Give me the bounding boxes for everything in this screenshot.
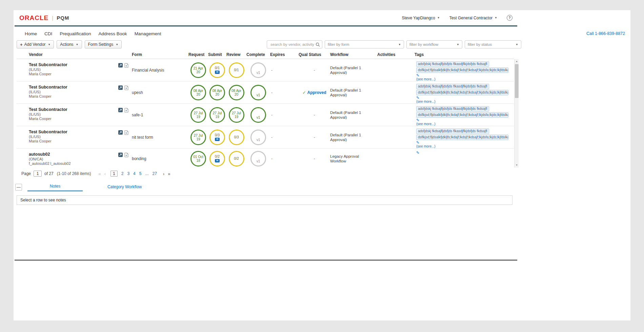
- submit-status-circle[interactable]: 27 Jul19: [209, 107, 225, 123]
- nav-item-prequalification[interactable]: Prequalification: [60, 31, 91, 36]
- pagination-page-link[interactable]: 4: [133, 171, 136, 176]
- tag-chip[interactable]: dsflkjsd;fljdsalkfjdkljfs;lkdajf;lkdsjf;…: [416, 67, 508, 73]
- pagination-last-icon[interactable]: »: [168, 171, 170, 176]
- tag-chip[interactable]: adsfjdskj fkdsajfljdsfjds flkasdjflkjdsf…: [416, 129, 489, 134]
- pagination-page-link[interactable]: 3: [127, 171, 129, 176]
- vendor-profile-icon[interactable]: [118, 153, 123, 168]
- column-header-activities[interactable]: Activities: [377, 52, 415, 57]
- tag-chip[interactable]: adsfjdskj fkdsajfljdsfjds flkasdjflkjdsf…: [416, 61, 489, 67]
- edit-tags-icon[interactable]: ✎: [416, 141, 508, 144]
- pagination-prev-icon[interactable]: ‹: [104, 171, 106, 176]
- form-document-icon[interactable]: [124, 63, 128, 81]
- column-header-vendor[interactable]: Vendor: [17, 52, 132, 57]
- qual-status-text[interactable]: Approved: [307, 90, 326, 95]
- actions-button[interactable]: Actions ▼: [57, 40, 82, 48]
- column-header-form[interactable]: Form: [132, 52, 188, 57]
- tag-chip[interactable]: adsfjdskj fkdsajfljdsfjds flkasdjflkjdsf…: [416, 106, 489, 112]
- page-number-input[interactable]: [34, 171, 42, 177]
- oracle-logo[interactable]: ORACLE: [19, 14, 48, 22]
- complete-status-circle[interactable]: v1: [250, 151, 266, 167]
- filter-by-workflow-dropdown[interactable]: filter by workflow ▼: [406, 40, 462, 48]
- vendor-name[interactable]: autosub02: [29, 152, 71, 157]
- vertical-scrollbar[interactable]: ▲ ▼: [514, 59, 519, 168]
- vendor-profile-icon[interactable]: [118, 85, 123, 103]
- see-more-link[interactable]: (see more...): [416, 122, 508, 126]
- edit-tags-icon[interactable]: ✎: [416, 118, 508, 122]
- request-status-circle[interactable]: 21 Apr20: [190, 62, 206, 78]
- tag-chip[interactable]: adsfjdskj fkdsajfljdsfjds flkasdjflkjdsf…: [416, 84, 489, 89]
- complete-status-circle[interactable]: v1: [250, 62, 266, 78]
- submit-status-circle[interactable]: 0/3✉: [209, 130, 225, 145]
- form-document-icon[interactable]: [124, 108, 128, 126]
- request-status-circle[interactable]: 08 Apr20: [190, 85, 206, 100]
- vendor-profile-icon[interactable]: [118, 130, 123, 148]
- submit-status-circle[interactable]: 08 Apr20: [209, 85, 225, 100]
- vendor-profile-icon[interactable]: [118, 108, 123, 126]
- review-status-circle[interactable]: 0/3: [229, 130, 244, 145]
- see-more-link[interactable]: (see more...): [416, 77, 508, 81]
- tag-chip[interactable]: dsflkjsd;fljdsalkfjdkljfs;lkdajf;lkdsjf;…: [416, 90, 508, 95]
- user-menu[interactable]: Steve YapDiangco ▼: [402, 16, 440, 20]
- form-document-icon[interactable]: [124, 130, 128, 148]
- tag-chip[interactable]: dsflkjsd;fljdsalkfjdkljfs;lkdajf;lkdsjf;…: [416, 112, 508, 118]
- search-input[interactable]: [270, 42, 316, 47]
- review-status-circle[interactable]: 0/2: [229, 151, 244, 167]
- collapse-panel-button[interactable]: —: [15, 184, 22, 191]
- company-menu[interactable]: Test General Contractor ▼: [449, 16, 497, 20]
- vendor-profile-icon[interactable]: [118, 63, 123, 81]
- call-phone-link[interactable]: Call 1-866-839-8872: [586, 31, 625, 36]
- column-header-expires[interactable]: Expires: [270, 52, 299, 57]
- submit-status-circle[interactable]: 0/2✉: [209, 151, 225, 167]
- add-vendor-button[interactable]: + Add Vendor ▼: [17, 40, 54, 48]
- filter-by-form-dropdown[interactable]: filter by form ▼: [325, 40, 404, 48]
- table-row[interactable]: autosub02(ON/CA)f_autosub02 l_autosub02b…: [17, 149, 514, 168]
- filter-by-status-dropdown[interactable]: filter by status ▼: [465, 40, 521, 48]
- help-icon[interactable]: ?: [507, 15, 512, 21]
- review-status-circle[interactable]: 27 Jul19: [229, 107, 244, 123]
- column-header-complete[interactable]: Complete: [246, 52, 270, 57]
- vendor-name[interactable]: Test Subcontractor: [29, 130, 67, 134]
- complete-status-circle[interactable]: v1: [250, 107, 266, 123]
- pagination-page-link[interactable]: 5: [139, 171, 142, 176]
- vendor-name[interactable]: Test Subcontractor: [29, 107, 67, 112]
- nav-item-management[interactable]: Management: [135, 31, 161, 36]
- pagination-page-link[interactable]: 27: [152, 171, 157, 176]
- column-header-qual-status[interactable]: Qual Status: [299, 52, 330, 57]
- tab-category-workflow[interactable]: Category Workflow: [97, 184, 152, 191]
- table-row[interactable]: Test Subcontractor(IL/US)Maria Cooperupe…: [17, 81, 514, 104]
- request-status-circle[interactable]: 27 Jul19: [190, 130, 206, 145]
- scrollbar-down-arrow[interactable]: ▼: [515, 163, 519, 168]
- tag-chip[interactable]: dsflkjsd;fljdsalkfjdkljfs;lkdajf;lkdsjf;…: [416, 135, 508, 140]
- form-settings-button[interactable]: Form Settings ▼: [85, 40, 122, 48]
- form-document-icon[interactable]: [124, 85, 128, 103]
- column-header-workflow[interactable]: Workflow: [330, 52, 377, 57]
- complete-status-circle[interactable]: v1: [250, 85, 266, 100]
- scrollbar-thumb[interactable]: [515, 64, 519, 98]
- see-more-link[interactable]: (see more...): [416, 144, 508, 148]
- nav-item-address-book[interactable]: Address Book: [99, 31, 127, 36]
- table-row[interactable]: Test Subcontractor(IL/US)Maria Coopernit…: [17, 126, 514, 149]
- search-icon[interactable]: [316, 42, 320, 47]
- column-header-review[interactable]: Review: [226, 52, 246, 57]
- pagination-first-icon[interactable]: «: [98, 171, 101, 176]
- form-document-icon[interactable]: [124, 153, 128, 168]
- edit-tags-icon[interactable]: ✎: [416, 151, 508, 154]
- vendor-name[interactable]: Test Subcontractor: [29, 62, 67, 67]
- edit-tags-icon[interactable]: ✎: [416, 74, 508, 77]
- scrollbar-up-arrow[interactable]: ▲: [515, 59, 519, 64]
- vendor-name[interactable]: Test Subcontractor: [29, 85, 67, 90]
- table-row[interactable]: Test Subcontractor(IL/US)Maria CooperFin…: [17, 59, 514, 81]
- table-row[interactable]: Test Subcontractor(IL/US)Maria Coopersaf…: [17, 104, 514, 126]
- nav-item-home[interactable]: Home: [25, 31, 37, 36]
- review-status-circle[interactable]: 08 Apr20: [229, 85, 244, 100]
- request-status-circle[interactable]: 01 Oct18: [190, 151, 206, 167]
- submit-status-circle[interactable]: 0/1✉: [209, 62, 225, 78]
- nav-item-cdi[interactable]: CDI: [44, 31, 52, 36]
- complete-status-circle[interactable]: v1: [250, 130, 266, 145]
- column-header-request[interactable]: Request: [188, 52, 208, 57]
- pagination-next-icon[interactable]: ›: [163, 171, 164, 176]
- see-more-link[interactable]: (see more...): [416, 100, 508, 103]
- review-status-circle[interactable]: 0/1: [229, 62, 244, 78]
- edit-tags-icon[interactable]: ✎: [416, 96, 508, 99]
- request-status-circle[interactable]: 27 Jul19: [190, 107, 206, 123]
